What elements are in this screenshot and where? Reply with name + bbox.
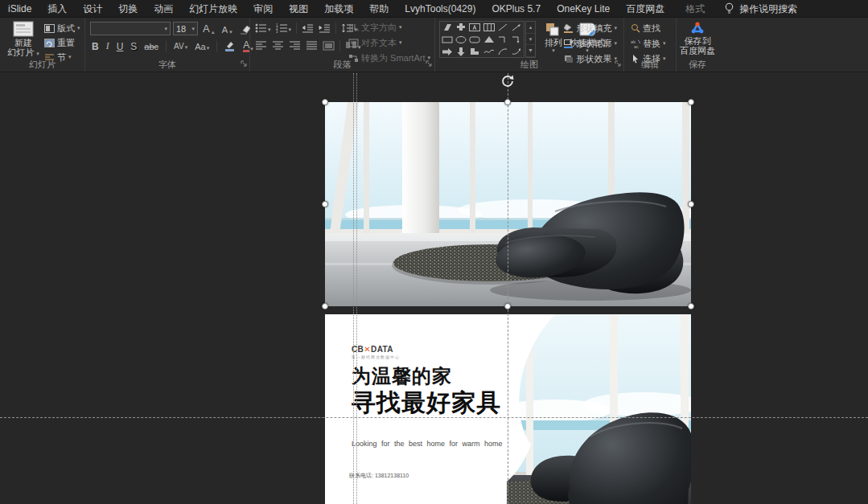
replace-icon: abac — [631, 39, 640, 48]
gallery-scroll-down-button[interactable]: ▾ — [526, 34, 535, 46]
align-center-icon[interactable] — [272, 41, 284, 51]
chevron-down-icon: ▾ — [185, 44, 188, 51]
menu-tab-animations[interactable]: 动画 — [146, 0, 181, 18]
new-slide-button[interactable]: 新建 幻灯片 ▾ — [5, 21, 42, 57]
shape-curved-arrow-icon[interactable] — [510, 45, 524, 57]
shape-outline-button[interactable]: 形状轮廓▾ — [563, 37, 617, 50]
underline-button[interactable]: U — [117, 41, 124, 52]
selection-handle-bottom-center[interactable] — [504, 303, 511, 309]
menu-tab-design[interactable]: 设计 — [75, 0, 110, 18]
menu-tab-format[interactable]: 格式 — [677, 0, 713, 18]
shape-fill-button[interactable]: 形状填充▾ — [563, 22, 617, 35]
bold-button[interactable]: B — [92, 41, 99, 52]
text-direction-button[interactable]: A 文字方向▾ — [348, 21, 430, 34]
layout-button[interactable]: 版式▾ — [44, 22, 80, 35]
selection-handle-bottom-left[interactable] — [322, 303, 328, 309]
text-highlight-icon[interactable] — [224, 41, 236, 51]
align-right-icon[interactable] — [289, 41, 301, 51]
chevron-down-icon: ▾ — [289, 27, 292, 33]
svg-text:ac: ac — [634, 44, 639, 48]
menu-tab-view[interactable]: 视图 — [281, 0, 316, 18]
shape-scribble-icon[interactable] — [482, 45, 496, 57]
lightbulb-icon — [724, 2, 734, 14]
change-case-button[interactable]: Aa▾ — [195, 42, 209, 51]
shape-parallelogram-icon[interactable] — [440, 22, 454, 34]
decrease-indent-icon[interactable] — [302, 23, 314, 33]
shape-elbow-connector-icon[interactable] — [496, 34, 509, 46]
shape-arrow-line-icon[interactable] — [510, 22, 524, 34]
find-button[interactable]: 查找 — [631, 22, 666, 35]
decrease-font-size-button[interactable]: A▼ — [222, 25, 233, 35]
numbering-button[interactable]: 123▾ — [276, 23, 292, 33]
selection-handle-mid-right[interactable] — [688, 201, 694, 207]
font-size-combobox[interactable]: 18▾ — [173, 22, 198, 35]
chevron-down-icon: ▾ — [614, 40, 617, 47]
slide-canvas[interactable]: CB✕DATA 第一财经商业数据中心 为温馨的家 寻找最好家具 Looking … — [0, 73, 868, 504]
menu-tab-insert[interactable]: 插入 — [39, 0, 75, 18]
ribbon-group-font: ▾ 18▾ A▲ A▼ B I U S abc AV▾ Aa▾ A▾ — [85, 18, 250, 72]
selection-handle-bottom-right[interactable] — [688, 303, 694, 309]
shape-arc-icon[interactable] — [496, 45, 509, 57]
menu-tab-baidu-netdisk[interactable]: 百度网盘 — [618, 0, 673, 18]
lounge-chair-photo[interactable] — [325, 102, 691, 306]
group-caption-slides: 幻灯片 — [0, 59, 84, 71]
shape-triangle-icon[interactable] — [482, 34, 496, 46]
arrange-icon — [545, 22, 562, 38]
save-to-baidu-netdisk-button[interactable]: 保存到 百度网盘 — [678, 20, 717, 55]
shape-corner-icon[interactable] — [468, 45, 482, 57]
tell-me-search[interactable]: 操作说明搜索 — [734, 0, 802, 18]
menu-tab-islide[interactable]: iSlide — [0, 0, 39, 18]
shape-text-box-icon[interactable] — [468, 22, 482, 34]
menu-bar: iSlide 插入 设计 切换 动画 幻灯片放映 审阅 视图 加载项 帮助 Lv… — [0, 0, 868, 18]
menu-tab-review[interactable]: 审阅 — [245, 0, 281, 18]
selection-handle-mid-left[interactable] — [322, 201, 328, 207]
reset-button[interactable]: 重置 — [44, 36, 80, 49]
increase-indent-icon[interactable] — [319, 23, 331, 33]
text-shadow-button[interactable]: S — [130, 41, 137, 52]
chevron-down-icon: ▾ — [399, 39, 402, 46]
shape-arrow-down-icon[interactable] — [454, 45, 467, 57]
menu-tab-addins[interactable]: 加载项 — [316, 0, 361, 18]
increase-font-size-button[interactable]: A▲ — [203, 23, 216, 35]
distribute-text-icon[interactable] — [323, 41, 335, 51]
shape-table-icon[interactable] — [482, 22, 496, 34]
menu-tab-onekey[interactable]: OneKey Lite — [549, 0, 618, 18]
bullets-button[interactable]: ▾ — [255, 23, 271, 33]
shape-arrow-right-icon[interactable] — [440, 45, 454, 57]
new-slide-icon — [13, 21, 34, 38]
menu-tab-lvyhtools[interactable]: LvyhTools(0429) — [397, 0, 483, 18]
clear-formatting-icon[interactable] — [240, 24, 251, 35]
menu-tab-help[interactable]: 帮助 — [361, 0, 397, 18]
replace-button[interactable]: abac 替换▾ — [631, 37, 666, 50]
selection-handle-top-left[interactable] — [322, 99, 328, 105]
font-name-combobox[interactable]: ▾ — [90, 22, 171, 35]
align-left-icon[interactable] — [255, 41, 267, 51]
slide2-photo[interactable] — [507, 314, 691, 504]
rotation-handle-icon[interactable] — [500, 74, 515, 92]
ribbon-group-drawing: ▴ ▾ ▼ 排列▾ 快速样式▾ — [435, 18, 624, 72]
slide-2[interactable]: CB✕DATA 第一财经商业数据中心 为温馨的家 寻找最好家具 Looking … — [325, 314, 691, 504]
shape-oval-icon[interactable] — [454, 34, 467, 46]
shape-plus-icon[interactable] — [454, 22, 467, 34]
italic-button[interactable]: I — [106, 40, 109, 52]
menu-tab-okplus[interactable]: OKPlus 5.7 — [483, 0, 549, 18]
selection-handle-top-right[interactable] — [688, 99, 694, 105]
shape-gallery — [439, 21, 525, 58]
contact-phone: 联系电话: 13812138110 — [349, 472, 409, 480]
shape-rounded-rectangle-icon[interactable] — [468, 34, 482, 46]
selection-handle-top-center[interactable] — [504, 99, 511, 105]
justify-icon[interactable] — [306, 41, 318, 51]
menu-tab-slideshow[interactable]: 幻灯片放映 — [181, 0, 245, 18]
strikethrough-button[interactable]: abc — [144, 42, 158, 51]
gallery-expand-button[interactable]: ▼ — [526, 45, 535, 57]
shape-line-icon[interactable] — [496, 22, 509, 34]
shape-rectangle-icon[interactable] — [440, 34, 454, 46]
align-text-icon — [348, 39, 359, 47]
gallery-scroll-up-button[interactable]: ▴ — [526, 22, 535, 34]
character-spacing-button[interactable]: AV▾ — [174, 42, 187, 51]
menu-tab-transitions[interactable]: 切换 — [110, 0, 146, 18]
shape-elbow-arrow-connector-icon[interactable] — [510, 34, 524, 46]
slide-1[interactable] — [325, 102, 691, 306]
cbndata-logo: CB✕DATA — [352, 345, 393, 354]
align-text-button[interactable]: 对齐文本▾ — [348, 36, 430, 49]
